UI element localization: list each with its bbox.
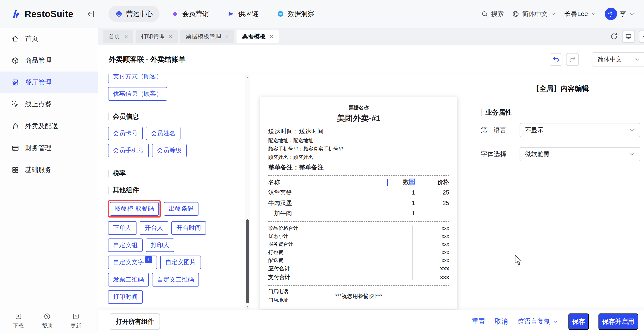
second-language-select[interactable]: 不显示	[520, 123, 640, 137]
open-all-components-button[interactable]: 打开所有组件	[110, 314, 160, 330]
component-chip-invoice-qrcode[interactable]: 发票二维码	[108, 273, 149, 287]
scrollbar-thumb[interactable]	[246, 219, 249, 303]
cross-language-copy-button[interactable]: 跨语言复制	[518, 317, 559, 326]
page-header: 外卖顾客联 - 外卖结账单 简体中文	[98, 45, 644, 74]
template-language-select[interactable]: 简体中文	[592, 52, 644, 66]
save-button[interactable]: 保存	[568, 314, 589, 330]
search-button[interactable]: 搜索	[481, 9, 504, 18]
sidebar-item-label: 商品管理	[25, 56, 52, 65]
component-chip-custom-group[interactable]: 自定义组	[108, 239, 143, 252]
component-chip-promo-info[interactable]: 优惠信息（顾客）	[108, 87, 167, 101]
receipt-preview-panel: 票据名称 美团外卖-#1 送达时间：送达时间 配送地址：配送地址 顾客手机号码：…	[250, 74, 475, 310]
cancel-button[interactable]: 取消	[495, 317, 508, 326]
total-row-paid: 支付合计xxx	[268, 273, 449, 282]
help-button[interactable]: 帮助	[33, 313, 62, 329]
app-logo[interactable]: RestoSuite	[11, 9, 74, 19]
refresh-icon[interactable]	[610, 32, 618, 40]
sidebar-item-home[interactable]: 首页	[0, 28, 98, 50]
sidebar-item-restaurant[interactable]: 餐厅管理	[0, 71, 98, 93]
close-icon[interactable]: ×	[225, 33, 228, 40]
user-menu[interactable]: 李 李	[605, 8, 635, 20]
language-switcher[interactable]: 简体中文	[512, 9, 556, 18]
receipt-item-row[interactable]: 汉堡套餐 1 25	[268, 188, 449, 197]
receipt-totals[interactable]: 菜品价格合计xxx 优惠小计xxx 服务费合计xxx 打包费xxx 配送费xxx…	[268, 224, 449, 282]
nav-data-insight[interactable]: 数据洞察	[270, 6, 321, 22]
logo-icon	[11, 9, 22, 19]
reset-button[interactable]: 重置	[472, 317, 485, 326]
qty-header-selected: 量	[409, 179, 415, 185]
tab-receipt-template-management[interactable]: 票据模板管理 ×	[180, 30, 234, 43]
sidebar-collapse-icon[interactable]	[86, 10, 95, 18]
component-chip-table-open-time[interactable]: 开台时间	[171, 221, 206, 235]
font-value: 微软雅黑	[525, 150, 550, 158]
update-button[interactable]: 更新	[62, 313, 90, 329]
receipt-title[interactable]: 美团外卖-#1	[268, 113, 449, 124]
footer-item-label: 更新	[71, 322, 81, 329]
sidebar-item-products[interactable]: 商品管理	[0, 50, 98, 71]
pin-to-desktop-button[interactable]	[622, 30, 635, 43]
undo-button[interactable]	[550, 53, 562, 66]
nav-member-marketing[interactable]: 会员营销	[164, 6, 216, 22]
component-chip-custom-image[interactable]: 自定义图片	[160, 256, 201, 269]
receipt-card[interactable]: 票据名称 美团外卖-#1 送达时间：送达时间 配送地址：配送地址 顾客手机号码：…	[260, 97, 457, 309]
globe-icon	[512, 10, 519, 17]
store-switcher[interactable]: 长春Lee	[564, 9, 596, 18]
tap-order-icon	[12, 100, 19, 108]
sidebar-item-basic-services[interactable]: 基础服务	[0, 159, 98, 181]
receipt-order-remark[interactable]: 整单备注：整单备注	[268, 163, 449, 172]
close-icon[interactable]: ×	[169, 33, 172, 40]
takeaway-bag-icon	[12, 122, 19, 130]
receipt-table-header[interactable]: 名称 数量 价格	[268, 178, 449, 187]
receipt-item-row[interactable]: 加牛肉 1	[268, 209, 449, 218]
save-and-enable-button[interactable]: 保存并启用	[598, 314, 638, 330]
sidebar-footer: 下载 帮助 更新	[4, 313, 90, 329]
cross-language-copy-label: 跨语言复制	[518, 317, 550, 326]
component-chip-printer-person[interactable]: 打印人	[146, 239, 174, 252]
tab-receipt-template[interactable]: 票据模板 ×	[236, 30, 279, 43]
components-scrollbar[interactable]: ▲ ▼	[245, 74, 250, 310]
component-chip-payment-method[interactable]: 支付方式（顾客）	[108, 74, 167, 83]
component-chip-member-card[interactable]: 会员卡号	[108, 127, 143, 140]
close-icon[interactable]: ×	[124, 33, 128, 40]
receipt-name-label[interactable]: 票据名称	[268, 104, 449, 111]
total-row: 优惠小计xxx	[268, 232, 449, 240]
tab-home[interactable]: 首页 ×	[103, 30, 133, 43]
receipt-delivery-time[interactable]: 送达时间：送达时间	[268, 127, 449, 135]
scroll-up-arrow[interactable]: ▲	[245, 74, 250, 80]
mouse-cursor	[514, 255, 524, 265]
component-chip-print-time[interactable]: 打印时间	[108, 290, 143, 304]
component-chip-custom-qrcode[interactable]: 自定义二维码	[152, 273, 199, 287]
component-chip-custom-text[interactable]: 自定义文字 1	[108, 256, 157, 269]
component-chip-member-phone[interactable]: 会员手机号	[108, 144, 149, 157]
nav-operations-center[interactable]: 营运中心	[108, 6, 160, 22]
font-select[interactable]: 微软雅黑	[520, 147, 640, 161]
sidebar-item-delivery[interactable]: 外卖及配送	[0, 115, 98, 137]
receipt-item-row[interactable]: 牛肉汉堡 1 25	[268, 199, 449, 208]
receipt-footer-text[interactable]: ***祝您用餐愉快!***	[260, 293, 457, 300]
storefront-icon	[12, 79, 19, 86]
close-icon[interactable]: ×	[270, 33, 273, 40]
sidebar-item-online-ordering[interactable]: 线上点餐	[0, 93, 98, 115]
receipt-customer-name[interactable]: 顾客姓名：顾客姓名	[268, 154, 449, 161]
download-button[interactable]: 下载	[4, 313, 33, 329]
total-row-payable: 应付合计xxx	[268, 264, 449, 273]
scroll-down-arrow[interactable]: ▼	[245, 303, 250, 309]
top-nav: 营运中心 会员营销 供应链 数据洞察	[108, 6, 321, 22]
nav-supply-chain[interactable]: 供应链	[220, 6, 265, 22]
component-chip-member-name[interactable]: 会员姓名	[146, 127, 180, 140]
redo-button[interactable]	[566, 53, 579, 66]
component-chip-order-taker[interactable]: 下单人	[108, 221, 136, 235]
chevron-down-icon	[628, 151, 635, 157]
total-row: 打包费xxx	[268, 248, 449, 256]
more-tools-button[interactable]	[639, 30, 644, 43]
receipt-delivery-address[interactable]: 配送地址：配送地址	[268, 137, 449, 144]
component-chip-pickup-cabinet-code[interactable]: 取餐柜-取餐码	[110, 202, 159, 216]
component-chip-member-level[interactable]: 会员等级	[152, 144, 187, 157]
global-content-editor: 【全局】内容编辑 业务属性 第二语言 不显示 字体选择 微软雅黑	[475, 74, 644, 310]
receipt-customer-phone[interactable]: 顾客手机号码：顾客真实手机号码	[268, 146, 449, 152]
sidebar-item-finance[interactable]: 财务管理	[0, 137, 98, 159]
component-chip-table-opener[interactable]: 开台人	[140, 221, 168, 235]
tab-print-management[interactable]: 打印管理 ×	[136, 30, 178, 43]
component-chip-serving-barcode[interactable]: 出餐条码	[164, 202, 198, 216]
dashed-divider	[268, 175, 449, 176]
